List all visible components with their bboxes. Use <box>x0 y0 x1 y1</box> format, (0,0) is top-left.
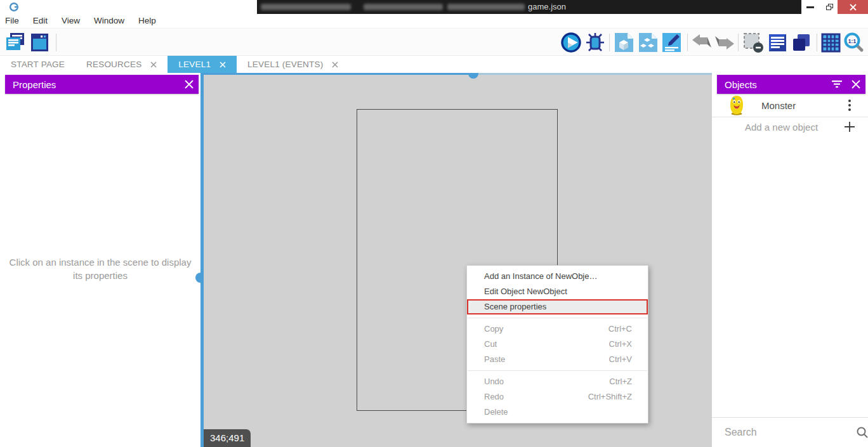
zoom-original-button[interactable]: 1:1 <box>843 32 864 53</box>
restore-button[interactable] <box>820 0 838 14</box>
add-new-object-button[interactable]: Add a new object <box>712 117 868 136</box>
properties-document-icon <box>661 32 682 53</box>
context-menu-item-redo[interactable]: Redo Ctrl+Shift+Z <box>467 389 648 405</box>
title-band: game.json <box>257 0 801 14</box>
shortcut-label: Ctrl+X <box>609 337 632 352</box>
monster-object-icon <box>728 95 745 115</box>
tab-level1-events[interactable]: LEVEL1 (EVENTS) <box>237 56 349 73</box>
properties-panel-header: Properties <box>5 75 199 94</box>
layers-icon <box>791 32 812 53</box>
context-menu-item-paste[interactable]: Paste Ctrl+V <box>467 352 648 367</box>
add-object-label: Add a new object <box>745 122 844 133</box>
instances-list-icon <box>768 33 787 53</box>
layers-button[interactable] <box>790 32 812 53</box>
redacted-text <box>261 4 351 10</box>
horizontal-splitter[interactable] <box>204 73 473 75</box>
shortcut-label: Ctrl+C <box>608 321 632 337</box>
properties-empty-message: Click on an instance in the scene to dis… <box>5 256 195 282</box>
context-menu: Add an Instance of NewObje… Edit Object … <box>466 265 648 424</box>
objects-close-button[interactable] <box>846 75 865 94</box>
objects-panel-title: Objects <box>717 79 827 90</box>
menu-window[interactable]: Window <box>87 14 131 28</box>
context-menu-separator <box>468 318 647 318</box>
toggle-grid-button[interactable] <box>820 32 841 53</box>
context-menu-item-undo[interactable]: Undo Ctrl+Z <box>467 374 648 389</box>
editor-tabs: START PAGE RESOURCES LEVEL1 LEVEL1 (EVEN… <box>0 56 868 73</box>
menu-bar: File Edit View Window Help <box>0 14 868 29</box>
window-title: game.json <box>528 0 566 14</box>
instances-list-button[interactable] <box>766 32 788 53</box>
play-preview-button[interactable] <box>560 32 582 53</box>
restore-icon <box>826 4 833 10</box>
edit-scene-properties-button[interactable] <box>661 32 682 53</box>
object-name: Monster <box>761 100 846 111</box>
debug-button[interactable] <box>584 32 606 53</box>
shortcut-label: Ctrl+Z <box>609 374 632 389</box>
close-icon <box>850 4 857 11</box>
project-manager-button[interactable] <box>4 32 26 53</box>
start-page-button[interactable] <box>29 32 50 53</box>
context-menu-item-delete[interactable]: Delete <box>467 405 648 420</box>
tab-start-page[interactable]: START PAGE <box>0 56 76 73</box>
toolbar-separator <box>609 34 610 51</box>
close-button[interactable] <box>838 0 868 14</box>
toolbar: 1:1 <box>0 29 868 56</box>
menu-help[interactable]: Help <box>131 14 163 28</box>
tab-level1[interactable]: LEVEL1 <box>168 56 237 73</box>
filter-icon <box>832 81 842 88</box>
tab-close-icon[interactable] <box>332 62 338 68</box>
edit-instances-button[interactable] <box>637 32 659 53</box>
edit-objects-button[interactable] <box>613 32 635 53</box>
context-menu-item-cut[interactable]: Cut Ctrl+X <box>467 337 648 352</box>
context-menu-item-copy[interactable]: Copy Ctrl+C <box>467 321 648 337</box>
tab-close-icon[interactable] <box>150 62 157 68</box>
menu-view[interactable]: View <box>55 14 87 28</box>
svg-text:1:1: 1:1 <box>848 38 857 44</box>
cursor-coordinates-badge: 346;491 <box>204 429 251 447</box>
toolbar-separator <box>687 34 688 51</box>
context-menu-item-add-instance[interactable]: Add an Instance of NewObje… <box>467 269 648 284</box>
toolbar-separator <box>738 34 739 51</box>
objects-filter-button[interactable] <box>827 75 846 94</box>
redacted-text <box>364 4 443 10</box>
object-list-item-monster[interactable]: Monster <box>712 94 868 117</box>
grid-icon <box>821 33 841 53</box>
redo-button[interactable] <box>714 32 735 53</box>
instances-document-icon <box>638 32 659 53</box>
objects-panel: Objects <box>712 73 868 447</box>
kebab-menu-icon <box>848 100 851 102</box>
context-menu-separator <box>468 370 647 371</box>
objects-search-input[interactable] <box>725 427 856 438</box>
objects-document-icon <box>614 32 635 53</box>
toolbar-separator <box>56 34 56 51</box>
objects-panel-header: Objects <box>717 75 865 94</box>
close-icon <box>185 80 194 89</box>
toolbar-separator <box>817 34 817 51</box>
properties-close-button[interactable] <box>180 75 199 94</box>
objects-search-bar <box>712 417 868 447</box>
context-menu-item-edit-object[interactable]: Edit Object NewObject <box>467 284 648 299</box>
object-options-button[interactable] <box>846 96 853 114</box>
minimize-icon <box>806 6 814 8</box>
menu-file[interactable]: File <box>0 14 26 28</box>
delete-selection-button[interactable] <box>742 32 764 53</box>
shortcut-label: Ctrl+V <box>609 352 632 367</box>
debug-bug-icon <box>585 32 605 53</box>
undo-button[interactable] <box>691 32 713 53</box>
play-icon <box>560 32 582 53</box>
close-icon <box>852 80 860 89</box>
project-manager-icon <box>5 32 25 53</box>
context-menu-item-scene-properties[interactable]: Scene properties <box>467 299 648 314</box>
tab-resources[interactable]: RESOURCES <box>76 56 168 73</box>
undo-arrow-icon <box>691 34 713 51</box>
properties-panel: Properties Click on an instance in the s… <box>0 73 201 447</box>
menu-edit[interactable]: Edit <box>26 14 55 28</box>
tab-close-icon[interactable] <box>220 62 226 68</box>
redo-arrow-icon <box>714 34 735 51</box>
gdevelop-window: game.json File Edit View Window Help <box>0 0 868 447</box>
minimize-button[interactable] <box>798 0 822 14</box>
search-icon <box>856 426 868 439</box>
horizontal-splitter-light[interactable] <box>473 73 712 75</box>
shortcut-label: Ctrl+Shift+Z <box>588 389 632 405</box>
zoom-1-1-icon: 1:1 <box>843 32 864 53</box>
